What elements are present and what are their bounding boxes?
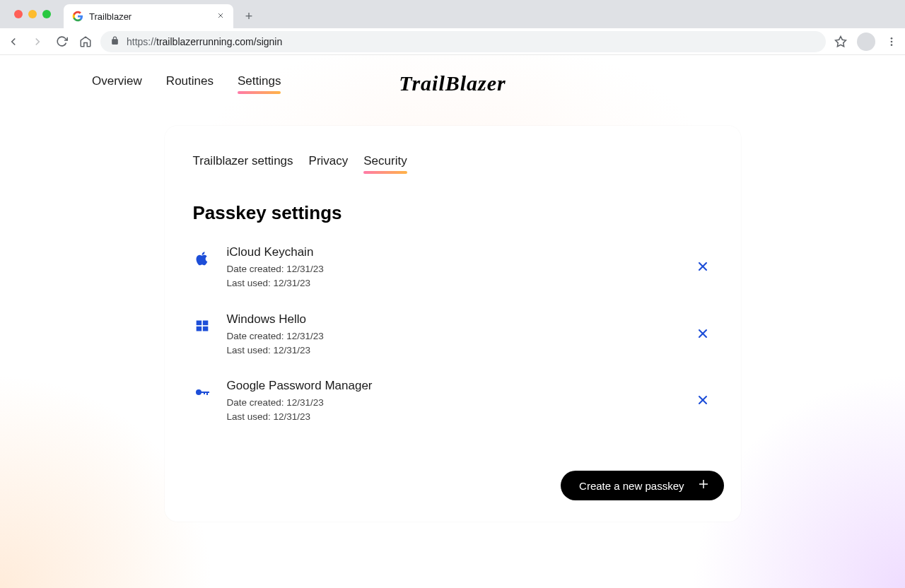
passkey-delete-button[interactable] xyxy=(693,390,713,413)
browser-forward-button[interactable] xyxy=(31,35,44,48)
passkey-name: iCloud Keychain xyxy=(227,245,677,259)
passkey-last-used: Last used: 12/31/23 xyxy=(227,276,677,290)
apple-icon xyxy=(193,249,211,268)
profile-avatar[interactable] xyxy=(857,33,875,51)
svg-point-4 xyxy=(891,40,893,42)
svg-rect-16 xyxy=(206,392,208,395)
passkey-body: Windows Hello Date created: 12/31/23 Las… xyxy=(227,312,677,358)
bookmark-star-icon[interactable] xyxy=(834,35,847,48)
top-nav: OverviewRoutinesSettings TrailBlazer xyxy=(0,55,905,98)
passkey-delete-button[interactable] xyxy=(693,324,713,346)
browser-menu-button[interactable] xyxy=(885,35,898,48)
browser-tab[interactable]: Trailblazer xyxy=(64,4,233,28)
tab-bar: Trailblazer + xyxy=(0,0,905,28)
nav-link-overview[interactable]: Overview xyxy=(92,74,142,93)
lock-icon xyxy=(110,36,119,47)
passkey-created: Date created: 12/31/23 xyxy=(227,396,677,410)
url-text: https://trailblazerrunning.com/signin xyxy=(127,36,282,47)
passkey-name: Google Password Manager xyxy=(227,379,677,393)
section-title: Passkey settings xyxy=(193,202,713,224)
page-content: OverviewRoutinesSettings TrailBlazer Tra… xyxy=(0,55,905,588)
svg-point-3 xyxy=(891,37,893,40)
browser-chrome: Trailblazer + https://trai xyxy=(0,0,905,55)
passkey-created: Date created: 12/31/23 xyxy=(227,329,677,343)
passkey-row: Windows Hello Date created: 12/31/23 Las… xyxy=(193,312,713,358)
address-bar: https://trailblazerrunning.com/signin xyxy=(0,28,905,55)
windows-icon xyxy=(193,317,211,335)
new-tab-button[interactable]: + xyxy=(239,6,259,26)
passkey-body: iCloud Keychain Date created: 12/31/23 L… xyxy=(227,245,677,291)
url-input[interactable]: https://trailblazerrunning.com/signin xyxy=(100,31,826,52)
passkey-row: Google Password Manager Date created: 12… xyxy=(193,379,713,425)
create-passkey-label: Create a new passkey xyxy=(579,480,684,492)
tab-close-button[interactable] xyxy=(216,11,225,22)
nav-link-settings[interactable]: Settings xyxy=(238,74,281,93)
window-close-button[interactable] xyxy=(14,10,23,18)
settings-subtabs: Trailblazer settingsPrivacySecurity xyxy=(193,154,713,172)
svg-rect-8 xyxy=(196,320,202,325)
settings-card: Trailblazer settingsPrivacySecurity Pass… xyxy=(165,126,741,522)
subtab-privacy[interactable]: Privacy xyxy=(309,154,349,172)
passkey-created: Date created: 12/31/23 xyxy=(227,262,677,276)
passkey-last-used: Last used: 12/31/23 xyxy=(227,343,677,358)
svg-point-14 xyxy=(196,389,202,395)
svg-rect-11 xyxy=(202,326,208,331)
browser-home-button[interactable] xyxy=(79,35,92,48)
window-maximize-button[interactable] xyxy=(42,10,51,18)
passkey-row: iCloud Keychain Date created: 12/31/23 L… xyxy=(193,245,713,291)
window-minimize-button[interactable] xyxy=(28,10,37,18)
tab-favicon-google-icon xyxy=(72,11,83,22)
browser-reload-button[interactable] xyxy=(55,35,68,48)
brand-logo: TrailBlazer xyxy=(399,71,506,95)
passkey-list: iCloud Keychain Date created: 12/31/23 L… xyxy=(193,245,713,425)
passkey-last-used: Last used: 12/31/23 xyxy=(227,410,677,424)
browser-back-button[interactable] xyxy=(7,35,20,48)
svg-rect-10 xyxy=(196,326,202,331)
svg-marker-2 xyxy=(836,36,846,46)
subtab-trailblazer-settings[interactable]: Trailblazer settings xyxy=(193,154,293,172)
svg-point-5 xyxy=(891,44,893,46)
passkey-name: Windows Hello xyxy=(227,312,677,327)
tab-title: Trailblazer xyxy=(89,11,132,22)
passkey-delete-button[interactable] xyxy=(693,257,713,279)
plus-icon xyxy=(697,476,710,495)
create-passkey-button[interactable]: Create a new passkey xyxy=(561,471,723,500)
svg-rect-17 xyxy=(204,392,205,394)
nav-link-routines[interactable]: Routines xyxy=(166,74,214,93)
subtab-security[interactable]: Security xyxy=(363,154,407,172)
svg-rect-9 xyxy=(202,320,208,325)
key-icon xyxy=(193,383,211,401)
passkey-body: Google Password Manager Date created: 12… xyxy=(227,379,677,425)
window-controls xyxy=(7,10,58,18)
